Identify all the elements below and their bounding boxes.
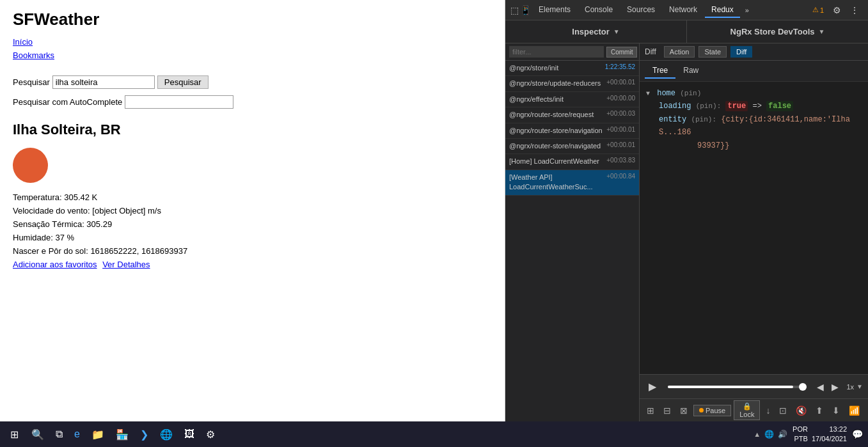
action-time: 1:22:35.52 [605, 63, 635, 70]
filter-input[interactable] [509, 46, 604, 58]
pause-dot-icon [699, 408, 704, 412]
action-name: @ngrx/router-store/request [509, 110, 594, 120]
taskbar-explorer-icon[interactable]: 📁 [88, 426, 108, 443]
tree-entity-line2: 93937}} [697, 139, 862, 152]
raw-tab[interactable]: Raw [675, 63, 706, 79]
action-time: +00:00.01 [606, 126, 635, 133]
action-items: @ngrx/store/init 1:22:35.52 @ngrx/store/… [505, 61, 639, 421]
action-item[interactable]: [Home] LoadCurrentWeather +00:03.83 [505, 154, 639, 169]
tab-console[interactable]: Console [578, 3, 619, 18]
state-tab-button[interactable]: State [698, 46, 727, 58]
search-input[interactable] [52, 75, 155, 89]
tree-loading-line: loading (pin): true => false [659, 100, 862, 113]
devtools-panel: ⬚ 📱 Elements Console Sources Network Red… [505, 0, 868, 421]
action-item[interactable]: @ngrx/store/init 1:22:35.52 [505, 61, 639, 76]
footer-icon-5[interactable]: ⊡ [776, 404, 790, 417]
next-button[interactable]: ▶ [829, 380, 841, 393]
start-button[interactable]: ⊞ [5, 426, 24, 443]
weather-icon [13, 148, 48, 183]
play-button[interactable]: ▶ [645, 379, 660, 394]
taskbar-vscode-icon[interactable]: ❯ [136, 426, 152, 443]
footer-icon-gear[interactable]: ⚙ [865, 404, 868, 417]
nav-inicio[interactable]: Início [13, 36, 492, 49]
tab-redux[interactable]: Redux [705, 3, 740, 18]
action-item-selected[interactable]: [Weather API] LoadCurrentWeatherSuc... +… [505, 170, 639, 196]
footer-icon-9[interactable]: 📶 [846, 404, 863, 417]
more-options-icon[interactable]: ⋮ [846, 3, 863, 18]
taskbar-network-icon[interactable]: 🌐 [764, 430, 774, 439]
time-display: 13:22 [812, 425, 847, 434]
warning-badge[interactable]: ⚠ 1 [809, 3, 828, 17]
inspector-dropdown-icon[interactable]: ▼ [613, 28, 620, 35]
tree-arrow: => [752, 102, 766, 111]
tab-network[interactable]: Network [663, 3, 704, 18]
expand-icon[interactable]: ▼ [646, 90, 650, 97]
favoritos-link[interactable]: Adicionar aos favoritos [13, 260, 97, 269]
autocomplete-input[interactable] [125, 95, 233, 109]
speed-dropdown-icon[interactable]: ▼ [856, 383, 863, 390]
city-name: Ilha Solteira, BR [13, 122, 492, 138]
detalhes-link[interactable]: Ver Detalhes [102, 260, 150, 269]
footer-icon-3[interactable]: ⊠ [677, 404, 691, 417]
commit-button[interactable]: Commit [606, 47, 637, 58]
search-label: Pesquisar [13, 77, 50, 87]
footer-icon-2[interactable]: ⊟ [660, 404, 674, 417]
action-item[interactable]: @ngrx/router-store/request +00:00.03 [505, 107, 639, 123]
sensacao: Sensação Térmica: 305.29 [13, 219, 492, 229]
action-name: @ngrx/router-store/navigation [509, 126, 603, 136]
taskbar-search-icon[interactable]: 🔍 [28, 426, 48, 443]
footer-icon-8[interactable]: ⬇ [829, 404, 843, 417]
taskbar-volume-icon[interactable]: 🔊 [778, 430, 787, 439]
tree-tab[interactable]: Tree [645, 63, 675, 79]
notification-icon[interactable]: 💬 [852, 429, 863, 439]
taskbar-edge-icon[interactable]: e [70, 426, 84, 443]
inspector-tree: ▼ home (pin) loading (pin): true => fals… [640, 82, 868, 374]
ngrx-section: NgRx Store DevTools ▼ [687, 20, 868, 43]
action-name: @ngrx/store/init [509, 63, 558, 73]
device-icon[interactable]: 📱 [520, 5, 531, 15]
progress-bar[interactable] [668, 386, 807, 388]
more-tabs-icon[interactable]: » [741, 4, 753, 17]
settings-icon[interactable]: ⚙ [829, 3, 845, 18]
tree-entity-key: entity [659, 115, 686, 124]
action-item[interactable]: @ngrx/effects/init +00:00.00 [505, 92, 639, 107]
action-name: @ngrx/effects/init [509, 95, 564, 104]
prev-button[interactable]: ◀ [814, 380, 826, 393]
tab-sources[interactable]: Sources [620, 3, 661, 18]
progress-dot [799, 383, 807, 391]
taskbar-up-arrow-icon[interactable]: ▲ [754, 430, 761, 438]
taskbar-taskview-icon[interactable]: ⧉ [52, 426, 67, 443]
diff-tab-button[interactable]: Diff [730, 46, 752, 58]
action-item[interactable]: @ngrx/router-store/navigation +00:00.01 [505, 123, 639, 139]
tree-entity-value: {city:{id:3461411,name:'Ilha S...186 [659, 115, 850, 137]
taskbar-browser-icon[interactable]: 🌐 [156, 426, 177, 443]
tree-home-line: ▼ home (pin) [646, 87, 862, 100]
taskbar-sys-icons: ▲ 🌐 🔊 [754, 430, 787, 439]
ngrx-dropdown-icon[interactable]: ▼ [819, 28, 825, 35]
footer-icon-7[interactable]: ⬆ [812, 404, 826, 417]
footer-icon-1[interactable]: ⊞ [643, 404, 658, 417]
action-item[interactable]: @ngrx/store/update-reducers +00:00.01 [505, 76, 639, 91]
tab-elements[interactable]: Elements [532, 3, 577, 18]
inspector-ngrx-bar: Inspector ▼ NgRx Store DevTools ▼ [505, 20, 868, 43]
taskbar-store-icon[interactable]: 🏪 [112, 426, 132, 443]
footer-icon-4[interactable]: ↓ [762, 404, 773, 417]
tree-raw-bar: Tree Raw [640, 61, 868, 82]
inspect-icon[interactable]: ⬚ [510, 5, 519, 15]
app-title: SFWeather [13, 10, 492, 29]
footer-icon-6[interactable]: 🔇 [793, 404, 810, 417]
action-time: +00:03.83 [606, 157, 635, 164]
taskbar-settings-icon[interactable]: ⚙ [202, 426, 219, 443]
progress-fill [668, 386, 793, 388]
action-tab-button[interactable]: Action [664, 46, 695, 58]
pause-button[interactable]: Pause [693, 405, 731, 416]
tree-loading-pin: (pin): [696, 102, 722, 110]
weather-info: Temperatura: 305.42 K Velocidade do vent… [13, 192, 492, 256]
action-name: [Weather API] LoadCurrentWeatherSuc... [509, 173, 604, 192]
nav-bookmarks[interactable]: Bookmarks [13, 49, 492, 63]
search-button[interactable]: Pesquisar [157, 75, 209, 89]
lock-button[interactable]: 🔒 Lock [734, 400, 760, 420]
speed-label: 1x [846, 383, 854, 391]
action-item[interactable]: @ngrx/router-store/navigated +00:00.01 [505, 139, 639, 154]
taskbar-photos-icon[interactable]: 🖼 [180, 426, 198, 443]
